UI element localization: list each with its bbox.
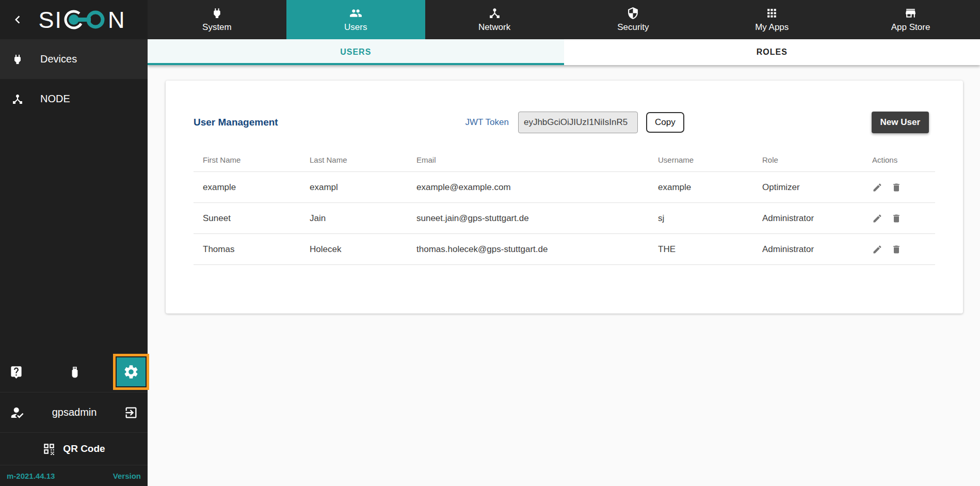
edit-pencil-icon[interactable] [872,182,882,193]
qr-code-icon [42,442,56,456]
sub-tab-bar: USERS ROLES [148,39,980,65]
users-table: First Name Last Name Email Username Role… [194,148,935,265]
jwt-token-input[interactable] [518,112,638,133]
tab-users[interactable]: USERS [148,39,564,65]
table-header-row: First Name Last Name Email Username Role… [194,148,935,172]
user-management-card: User Management JWT Token Copy New User … [166,81,963,313]
nav-tab-label: Network [478,22,510,33]
tab-roles[interactable]: ROLES [564,39,980,65]
cell-role: Administrator [762,244,872,255]
jwt-token-label: JWT Token [465,117,509,128]
apps-grid-icon [765,7,778,20]
nav-tab-label: Security [617,22,649,33]
sidebar: SI N Devices [0,0,148,486]
edit-pencil-icon[interactable] [872,213,882,224]
cell-first-name: Suneet [194,213,310,224]
sidebar-item-label: NODE [40,93,70,105]
cell-role: Optimizer [762,182,872,193]
sidebar-item-node[interactable]: NODE [0,79,148,119]
cell-username: THE [658,244,762,255]
cell-first-name: example [194,182,310,193]
jwt-token-group: JWT Token Copy [465,112,684,133]
sidebar-item-label: Devices [40,53,77,65]
delete-trash-icon[interactable] [891,213,902,224]
main-content: User Management JWT Token Copy New User … [148,65,980,486]
cell-last-name: Jain [310,213,416,224]
nav-tab-security[interactable]: Security [564,0,702,39]
delete-trash-icon[interactable] [891,244,902,255]
sidebar-quick-icons [0,352,148,392]
nav-tab-label: System [202,22,232,33]
row-actions [872,182,935,193]
column-header-username: Username [658,155,762,164]
person-check-icon [9,405,25,420]
chevron-left-icon [10,12,25,27]
nav-tab-network[interactable]: Network [425,0,564,39]
version-value: m-2021.44.13 [7,472,55,480]
current-user-row: gpsadmin [0,392,148,432]
plug-icon [211,7,223,20]
new-user-button[interactable]: New User [872,112,929,133]
top-navigation: System Users Network Security My Apps [148,0,980,39]
edit-pencil-icon[interactable] [872,244,882,255]
table-row: example exampl example@example.com examp… [194,172,935,203]
nav-tab-label: App Store [891,22,930,33]
nav-tab-my-apps[interactable]: My Apps [702,0,841,39]
cell-last-name: Holecek [310,244,416,255]
nav-tab-users[interactable]: Users [286,0,425,39]
column-header-last-name: Last Name [310,155,416,164]
cell-first-name: Thomas [194,244,310,255]
gear-icon [123,364,139,380]
cell-email: thomas.holecek@gps-stuttgart.de [416,244,658,255]
logo-text-left: SI [38,8,62,32]
version-row: m-2021.44.13 Version [0,465,148,486]
logo-link-icon [62,7,108,33]
row-actions [872,244,935,255]
hub-icon [11,93,24,105]
collapse-sidebar-button[interactable] [6,8,29,31]
column-header-first-name: First Name [194,155,310,164]
cell-username: example [658,182,762,193]
version-label: Version [113,472,141,480]
settings-button[interactable] [113,354,149,390]
logout-icon[interactable] [124,405,138,420]
cell-last-name: exampl [310,182,416,193]
copy-button[interactable]: Copy [646,112,684,133]
delete-trash-icon[interactable] [891,182,902,193]
table-row: Suneet Jain suneet.jain@gps-stuttgart.de… [194,203,935,234]
cell-username: sj [658,213,762,224]
people-icon [349,7,363,20]
column-header-actions: Actions [872,155,935,164]
card-header: User Management JWT Token Copy New User [166,81,963,134]
nav-tab-label: Users [344,22,367,33]
app-window: SI N Devices [0,0,980,486]
qr-code-label: QR Code [63,443,105,454]
logo-text-right: N [108,8,126,32]
usb-icon[interactable] [68,365,82,379]
cell-email: suneet.jain@gps-stuttgart.de [416,213,658,224]
storefront-icon [904,7,917,20]
column-header-role: Role [762,155,872,164]
username-label: gpsadmin [25,406,124,418]
sidebar-item-devices[interactable]: Devices [0,39,148,79]
nav-tab-system[interactable]: System [148,0,286,39]
plug-icon [11,53,24,66]
table-row: Thomas Holecek thomas.holecek@gps-stuttg… [194,234,935,265]
nav-tab-label: My Apps [755,22,789,33]
page-title: User Management [194,117,278,128]
row-actions [872,213,935,224]
cell-email: example@example.com [416,182,658,193]
sidebar-header: SI N [0,0,148,39]
sicon-logo: SI N [29,7,135,33]
cell-role: Administrator [762,213,872,224]
shield-icon [626,7,639,20]
hub-icon [488,7,501,20]
qr-code-button[interactable]: QR Code [0,432,148,465]
nav-tab-app-store[interactable]: App Store [841,0,980,39]
column-header-email: Email [416,155,658,164]
sidebar-spacer [0,119,148,352]
help-icon[interactable] [9,365,23,379]
